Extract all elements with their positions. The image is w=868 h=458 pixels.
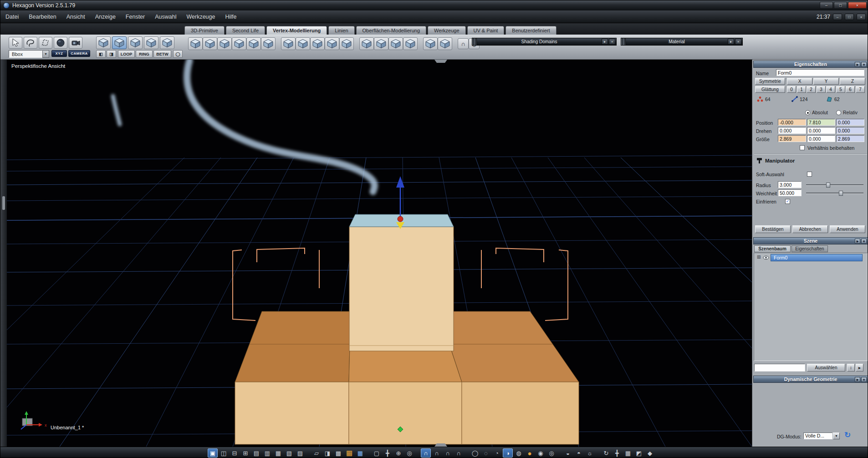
keep-ratio-checkbox[interactable] xyxy=(800,145,805,150)
wireframe-toggle-icon[interactable]: ▱ xyxy=(311,448,322,458)
selection-mode-select[interactable]: Bbox xyxy=(9,50,42,58)
shading-cartoon-icon[interactable]: ◎ xyxy=(546,448,557,458)
modeling-tool-cube-icon[interactable] xyxy=(246,37,261,50)
rotation-y-input[interactable] xyxy=(807,127,835,134)
title-bar[interactable]: Hexagon Version 2.5.1.79 – □ × xyxy=(0,0,868,10)
relative-radio[interactable]: Relativ xyxy=(836,110,858,115)
menu-anzeige[interactable]: Anzeige xyxy=(90,10,121,23)
material-panel-bar[interactable]: Material ▸ × xyxy=(621,38,743,46)
textured-toggle-icon[interactable]: ▩ xyxy=(333,448,343,458)
position-y-input[interactable] xyxy=(807,119,835,126)
tab-benutzerdefiniert[interactable]: Benutzerdefiniert xyxy=(505,26,556,35)
gem-icon[interactable]: ◆ xyxy=(645,448,655,458)
softness-slider-thumb[interactable] xyxy=(839,191,843,196)
dg-mode-arrow-icon[interactable]: ▼ xyxy=(833,433,840,439)
loop-button[interactable]: LOOP xyxy=(118,50,135,58)
viewport-canvas[interactable]: x Perspektifische Ansicht Unbenannt_1 * xyxy=(7,60,752,447)
select-object-mode-icon[interactable] xyxy=(144,36,158,49)
name-input[interactable] xyxy=(776,69,864,76)
scene-collapse-icon[interactable]: ▸ xyxy=(855,239,860,244)
tab-szenenbaum[interactable]: Szenenbaum xyxy=(754,245,791,252)
shading-textured-icon[interactable]: ◍ xyxy=(514,448,524,458)
snap-grid-icon[interactable]: ∩ xyxy=(421,448,431,458)
tree-expander-icon[interactable]: ⊞ xyxy=(757,254,761,260)
dg-mode-select[interactable]: Volle D... xyxy=(803,433,832,439)
snap-vertex-icon[interactable]: ∩ xyxy=(432,448,442,458)
scene-panel-header[interactable]: Szene ▸ × xyxy=(753,237,868,244)
modeling-tool-cube-icon[interactable] xyxy=(296,37,310,50)
confirm-button[interactable]: Bestätigen xyxy=(755,225,791,233)
drag-grip-icon[interactable] xyxy=(472,38,477,45)
radius-slider-thumb[interactable] xyxy=(826,183,830,188)
grid-toggle-icon[interactable]: ▦ xyxy=(623,448,633,458)
modeling-tool-cube-icon[interactable] xyxy=(359,37,374,50)
layout-cols-icon[interactable]: ▥ xyxy=(262,448,272,458)
circle-select-icon[interactable]: ◯ xyxy=(173,50,183,58)
modeling-tool-cube-icon[interactable] xyxy=(310,37,325,50)
properties-panel-header[interactable]: Eigenschaften ▸ × xyxy=(753,61,868,68)
select-faces-mode-icon[interactable] xyxy=(128,36,143,49)
tab-werkzeuge[interactable]: Werkzeuge xyxy=(428,26,465,35)
dynamic-geometry-panel-header[interactable]: Dynamische Geometrie ▸ × xyxy=(753,376,868,383)
pivot-icon[interactable]: ╋ xyxy=(612,448,622,458)
symmetry-y-button[interactable]: Y xyxy=(813,78,839,85)
app-close-button[interactable]: × xyxy=(857,14,866,20)
radius-input[interactable] xyxy=(778,181,802,188)
app-minimize-button[interactable]: – xyxy=(833,14,842,20)
properties-collapse-icon[interactable]: ▸ xyxy=(855,62,860,67)
size-z-input[interactable] xyxy=(836,135,864,142)
shading-domains-close-icon[interactable]: × xyxy=(609,39,615,45)
scene-filter-input[interactable] xyxy=(754,364,805,371)
selection-mode-arrow-icon[interactable]: ▼ xyxy=(42,50,49,58)
snap-edge-icon[interactable]: ∩ xyxy=(443,448,453,458)
smoothing-6-button[interactable]: 6 xyxy=(846,86,855,93)
modeling-tool-cube-icon[interactable] xyxy=(281,37,296,50)
shading-lit-icon[interactable]: ◉ xyxy=(536,448,546,458)
rotation-x-input[interactable] xyxy=(778,127,806,134)
menu-werkzeuge[interactable]: Werkzeuge xyxy=(181,10,220,23)
drag-grip-icon[interactable] xyxy=(621,38,626,45)
layout-two-pane-h-icon[interactable]: ⊟ xyxy=(230,448,240,458)
softness-input[interactable] xyxy=(778,189,802,196)
perspective-viewport[interactable]: x Perspektifische Ansicht Unbenannt_1 * xyxy=(7,60,752,447)
smoothing-5-button[interactable]: 5 xyxy=(836,86,845,93)
zoom-icon[interactable]: ⊕ xyxy=(393,448,403,458)
modeling-tool-cube-icon[interactable] xyxy=(374,37,388,50)
tab-eigenschaften[interactable]: Eigenschaften xyxy=(791,245,828,252)
camera-tool-icon[interactable] xyxy=(69,37,82,49)
shading-material-icon[interactable]: ● xyxy=(525,448,535,458)
mirror-icon[interactable]: ◩ xyxy=(634,448,644,458)
shading-hidden-line-icon[interactable]: ◌ xyxy=(481,448,491,458)
smoothing-button[interactable]: Glättung xyxy=(755,86,785,93)
sun-light-icon[interactable]: ☼ xyxy=(585,448,595,458)
tree-item-form0[interactable]: Form0 xyxy=(771,254,863,261)
smoothing-1-button[interactable]: 1 xyxy=(797,86,806,93)
smoothing-4-button[interactable]: 4 xyxy=(826,86,835,93)
light-1-icon[interactable]: ◒ xyxy=(563,448,573,458)
modeling-tool-cube-icon[interactable] xyxy=(325,37,339,50)
modeling-tool-cube-icon[interactable] xyxy=(261,37,276,50)
modeling-tool-cube-icon[interactable] xyxy=(339,37,354,50)
select-button[interactable]: Auswählen xyxy=(807,364,845,371)
rotation-z-input[interactable] xyxy=(836,127,864,134)
scene-updown-icon[interactable]: ↕ xyxy=(847,364,855,371)
smoothing-2-button[interactable]: 2 xyxy=(807,86,816,93)
paint-select-icon[interactable]: ◧ xyxy=(96,50,106,58)
smoothing-0-button[interactable]: 0 xyxy=(787,86,796,93)
layout-grid-icon[interactable]: ▦ xyxy=(273,448,283,458)
freeze-checkbox[interactable]: ✓ xyxy=(785,199,790,204)
modeling-tool-cube-icon[interactable] xyxy=(423,37,438,50)
shading-wireframe-icon[interactable]: ◯ xyxy=(470,448,480,458)
camera-toggle-button[interactable]: CAMERA xyxy=(68,50,90,57)
menu-datei[interactable]: Datei xyxy=(0,10,24,23)
select-all-mode-icon[interactable] xyxy=(160,36,174,49)
properties-close-icon[interactable]: × xyxy=(861,62,867,67)
visibility-eye-icon[interactable] xyxy=(763,255,769,260)
menu-hilfe[interactable]: Hilfe xyxy=(220,10,241,23)
softness-slider[interactable] xyxy=(806,193,863,194)
modeling-tool-cube-icon[interactable] xyxy=(217,37,232,50)
modeling-tool-cube-icon[interactable] xyxy=(403,37,418,50)
layout-single-view-icon[interactable]: ▣ xyxy=(208,448,218,458)
refresh-icon[interactable]: ↻ xyxy=(601,448,611,458)
modeling-tool-cube-icon[interactable] xyxy=(438,37,452,50)
